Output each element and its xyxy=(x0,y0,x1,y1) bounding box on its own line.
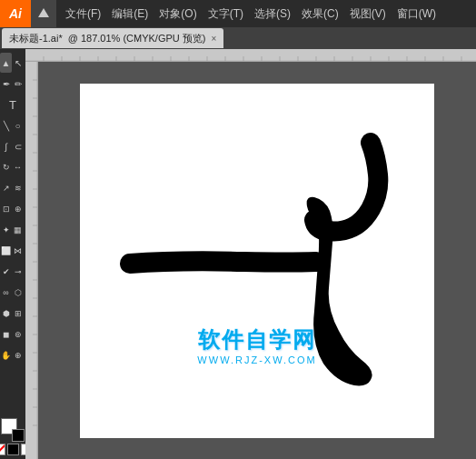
free-transform-tool[interactable]: ⊡ xyxy=(0,199,12,219)
document-tab[interactable]: 未标题-1.ai* @ 187.01% (CMYK/GPU 预览) × xyxy=(2,28,223,48)
fill-stroke-indicator[interactable] xyxy=(1,418,25,442)
scale-tool[interactable]: ↗ xyxy=(0,178,12,198)
blend-tool[interactable]: ∞ xyxy=(0,283,12,303)
menu-effect[interactable]: 效果(C) xyxy=(296,5,344,24)
ai-logo: Ai xyxy=(0,0,31,27)
pencil-tool[interactable]: ✏ xyxy=(12,74,24,94)
mesh-tool[interactable]: ⊞ xyxy=(12,304,24,324)
tab-close-button[interactable]: × xyxy=(211,34,216,44)
menu-window[interactable]: 窗口(W) xyxy=(392,5,441,24)
zoom-tool[interactable]: ⊕ xyxy=(12,345,24,365)
blob-brush-tool[interactable]: ⊂ xyxy=(12,136,24,156)
canvas-paper: 软件自学网 WWW.RJZ-XW.COM xyxy=(80,84,434,438)
perspective-tool[interactable]: ⬢ xyxy=(0,304,12,324)
color-row xyxy=(0,444,25,455)
select-tool[interactable]: ▲ xyxy=(0,53,12,73)
puppet-warp-tool[interactable]: ⊕ xyxy=(12,199,24,219)
vertical-ruler xyxy=(25,62,38,459)
pen-tool[interactable]: ✒ xyxy=(0,74,12,94)
menu-object[interactable]: 对象(O) xyxy=(154,5,202,24)
slice-tool[interactable]: ⋈ xyxy=(12,241,24,261)
title-bar: Ai 文件(F) 编辑(E) 对象(O) 文字(T) 选择(S) 效果(C) 视… xyxy=(0,0,476,27)
brush-tool[interactable]: ∫ xyxy=(0,136,12,156)
menu-edit[interactable]: 编辑(E) xyxy=(106,5,154,24)
artboard-tool[interactable]: ⬜ xyxy=(0,241,12,261)
black-color[interactable] xyxy=(7,444,19,455)
shape-tool[interactable]: ○ xyxy=(12,115,24,135)
tab-info: @ 187.01% (CMYK/GPU 预览) xyxy=(68,32,206,45)
measure-tool[interactable]: ⊸ xyxy=(12,262,24,282)
svg-marker-0 xyxy=(38,8,49,17)
stroke-color[interactable] xyxy=(12,429,25,442)
artwork-svg xyxy=(80,84,434,438)
menu-view[interactable]: 视图(V) xyxy=(344,5,392,24)
eyedropper-tool[interactable]: ✔ xyxy=(0,262,12,282)
direct-select-tool[interactable]: ↖ xyxy=(12,53,24,73)
menu-bar: 文件(F) 编辑(E) 对象(O) 文字(T) 选择(S) 效果(C) 视图(V… xyxy=(56,0,476,27)
rotate-tool[interactable]: ↻ xyxy=(0,157,12,177)
menu-file[interactable]: 文件(F) xyxy=(60,5,106,24)
app-icon xyxy=(31,0,56,27)
gradient-tool[interactable]: ◼ xyxy=(0,324,12,344)
menu-select[interactable]: 选择(S) xyxy=(249,5,296,24)
main-area: ▲ ↖ ✒ ✏ T ╲ ○ ∫ ⊂ ↻ ↔ ↗ ≋ ⊡ ⊕ ✦ ▦ xyxy=(0,49,476,459)
canvas-area[interactable]: 软件自学网 WWW.RJZ-XW.COM xyxy=(38,62,476,459)
warp-tool[interactable]: ≋ xyxy=(12,178,24,198)
menu-text[interactable]: 文字(T) xyxy=(203,5,249,24)
horizontal-ruler xyxy=(25,49,476,62)
color-area xyxy=(0,418,25,459)
type-tool[interactable]: T xyxy=(1,95,25,115)
shape-builder-tool[interactable]: ⊚ xyxy=(12,324,24,344)
tab-bar: 未标题-1.ai* @ 187.01% (CMYK/GPU 预览) × xyxy=(0,27,476,49)
tab-label: 未标题-1.ai* xyxy=(9,32,63,45)
none-color[interactable] xyxy=(0,444,5,455)
symbol-tool[interactable]: ✦ xyxy=(0,220,12,240)
graph-tool[interactable]: ▦ xyxy=(12,220,24,240)
hand-tool[interactable]: ✋ xyxy=(0,345,12,365)
reflect-tool[interactable]: ↔ xyxy=(12,157,24,177)
live-paint-tool[interactable]: ⬡ xyxy=(12,283,24,303)
toolbar: ▲ ↖ ✒ ✏ T ╲ ○ ∫ ⊂ ↻ ↔ ↗ ≋ ⊡ ⊕ ✦ ▦ xyxy=(0,49,25,459)
line-tool[interactable]: ╲ xyxy=(0,115,12,135)
